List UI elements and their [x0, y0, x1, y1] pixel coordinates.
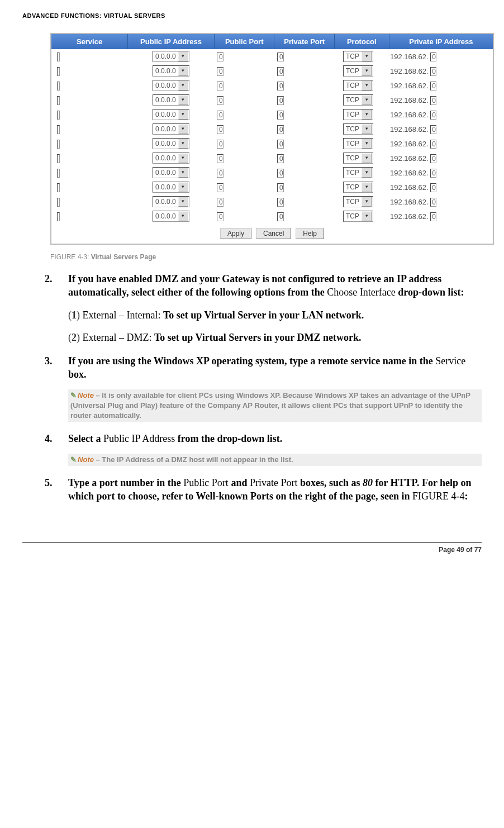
public-ip-select[interactable]: 0.0.0.0▾: [153, 94, 189, 106]
protocol-select[interactable]: TCP▾: [343, 167, 373, 178]
public-port-input[interactable]: 0: [217, 53, 224, 61]
protocol-select[interactable]: TCP▾: [343, 196, 373, 207]
private-ip-suffix-input[interactable]: 0: [430, 53, 436, 61]
public-port-input[interactable]: 0: [217, 183, 224, 192]
private-ip-suffix-input[interactable]: 0: [430, 154, 436, 163]
cancel-button[interactable]: Cancel: [256, 228, 291, 239]
public-port-input[interactable]: 0: [217, 82, 224, 91]
protocol-select[interactable]: TCP▾: [343, 153, 373, 164]
protocol-select[interactable]: TCP▾: [343, 138, 373, 149]
protocol-select[interactable]: TCP▾: [343, 109, 373, 120]
private-port-input[interactable]: 0: [277, 82, 284, 91]
apply-button[interactable]: Apply: [220, 228, 251, 239]
protocol-select[interactable]: TCP▾: [343, 65, 373, 77]
private-port-input[interactable]: 0: [277, 140, 284, 149]
service-input[interactable]: [57, 82, 60, 91]
chevron-down-icon: ▾: [362, 95, 372, 105]
public-ip-select[interactable]: 0.0.0.0▾: [153, 211, 189, 222]
public-ip-select[interactable]: 0.0.0.0▾: [153, 138, 189, 149]
th-public-port: Public Port: [215, 34, 275, 49]
private-ip-prefix: 192.168.62.: [390, 96, 429, 104]
public-ip-select[interactable]: 0.0.0.0▾: [153, 80, 189, 91]
private-port-input[interactable]: 0: [277, 183, 284, 192]
service-input[interactable]: [57, 212, 60, 221]
private-ip-suffix-input[interactable]: 0: [430, 183, 436, 192]
note-dash: –: [94, 391, 102, 399]
vs-table-header: Service Public IP Address Public Port Pr…: [51, 34, 493, 49]
private-port-input[interactable]: 0: [277, 53, 284, 61]
service-input[interactable]: [57, 111, 60, 120]
protocol-select[interactable]: TCP▾: [343, 123, 373, 135]
table-row: 0.0.0.0▾00TCP▾192.168.62. 0: [51, 93, 493, 107]
service-input[interactable]: [57, 125, 60, 134]
private-port-input[interactable]: 0: [277, 154, 284, 163]
public-port-input[interactable]: 0: [217, 96, 224, 105]
public-port-input[interactable]: 0: [217, 212, 224, 221]
private-ip-prefix: 192.168.62.: [390, 212, 429, 221]
service-input[interactable]: [57, 140, 60, 149]
private-port-input[interactable]: 0: [277, 212, 284, 221]
private-ip-prefix: 192.168.62.: [390, 154, 429, 163]
public-port-input[interactable]: 0: [217, 198, 224, 207]
private-ip-suffix-input[interactable]: 0: [430, 212, 436, 221]
step-5: 5. Type a port number in the Public Port…: [22, 476, 482, 503]
step-2-sub2-bold: To set up Virtual Servers in your DMZ ne…: [154, 332, 362, 343]
public-ip-select[interactable]: 0.0.0.0▾: [153, 196, 189, 207]
service-input[interactable]: [57, 67, 60, 76]
public-port-input[interactable]: 0: [217, 154, 224, 163]
private-port-input[interactable]: 0: [277, 96, 284, 105]
step-5-text-d: Private Port: [250, 477, 298, 488]
public-port-input[interactable]: 0: [217, 125, 224, 134]
private-ip-suffix-input[interactable]: 0: [430, 125, 436, 134]
private-port-input[interactable]: 0: [277, 198, 284, 207]
service-input[interactable]: [57, 198, 60, 207]
chevron-down-icon: ▾: [362, 197, 372, 207]
service-input[interactable]: [57, 154, 60, 163]
help-button[interactable]: Help: [296, 228, 324, 239]
private-ip-suffix-input[interactable]: 0: [430, 140, 436, 149]
public-ip-select[interactable]: 0.0.0.0▾: [153, 153, 189, 164]
protocol-select[interactable]: TCP▾: [343, 80, 373, 91]
service-input[interactable]: [57, 96, 60, 105]
public-port-input[interactable]: 0: [217, 169, 224, 178]
public-port-input[interactable]: 0: [217, 67, 224, 76]
private-port-input[interactable]: 0: [277, 125, 284, 134]
table-row: 0.0.0.0▾00TCP▾192.168.62. 0: [51, 136, 493, 151]
service-input[interactable]: [57, 183, 60, 192]
public-ip-select[interactable]: 0.0.0.0▾: [153, 182, 189, 193]
step-2-sub2-label: External – DMZ:: [80, 332, 154, 343]
private-ip-suffix-input[interactable]: 0: [430, 96, 436, 105]
chevron-down-icon: ▾: [178, 124, 188, 134]
table-row: 0.0.0.0▾00TCP▾192.168.62. 0: [51, 122, 493, 136]
private-ip-suffix-input[interactable]: 0: [430, 67, 436, 76]
step-3-number: 3.: [45, 354, 53, 368]
chevron-down-icon: ▾: [362, 80, 372, 91]
private-ip-suffix-input[interactable]: 0: [430, 169, 436, 178]
protocol-select[interactable]: TCP▾: [343, 182, 373, 193]
private-ip-suffix-input[interactable]: 0: [430, 111, 436, 120]
protocol-select[interactable]: TCP▾: [343, 211, 373, 222]
private-port-input[interactable]: 0: [277, 111, 284, 120]
public-port-input[interactable]: 0: [217, 111, 224, 120]
chevron-down-icon: ▾: [178, 168, 188, 178]
public-ip-select[interactable]: 0.0.0.0▾: [153, 65, 189, 77]
note-icon: ✎: [70, 391, 77, 399]
public-ip-select[interactable]: 0.0.0.0▾: [153, 51, 189, 62]
service-input[interactable]: [57, 53, 60, 61]
public-ip-select[interactable]: 0.0.0.0▾: [153, 167, 189, 178]
chevron-down-icon: ▾: [362, 139, 372, 149]
step-3-text-b: Service: [435, 355, 465, 367]
public-ip-select[interactable]: 0.0.0.0▾: [153, 109, 189, 120]
private-port-input[interactable]: 0: [277, 67, 284, 76]
private-ip-suffix-input[interactable]: 0: [430, 198, 436, 207]
protocol-select[interactable]: TCP▾: [343, 51, 373, 62]
note-word: Note: [78, 455, 94, 464]
protocol-select[interactable]: TCP▾: [343, 94, 373, 106]
public-ip-select[interactable]: 0.0.0.0▾: [153, 123, 189, 135]
private-ip-suffix-input[interactable]: 0: [430, 82, 436, 91]
chevron-down-icon: ▾: [178, 110, 188, 120]
th-private-ip: Private IP Address: [389, 34, 493, 49]
service-input[interactable]: [57, 169, 60, 178]
private-port-input[interactable]: 0: [277, 169, 284, 178]
public-port-input[interactable]: 0: [217, 140, 224, 149]
